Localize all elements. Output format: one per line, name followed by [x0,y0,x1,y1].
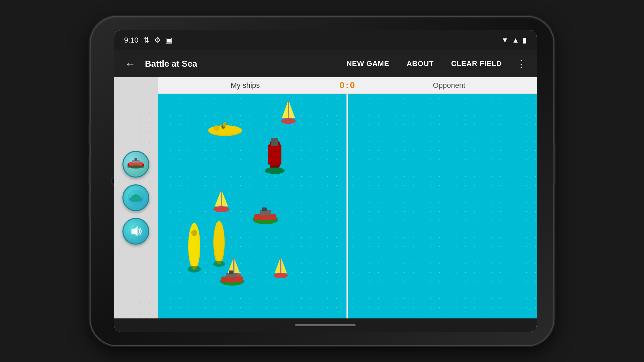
camera-button[interactable] [89,191,91,218]
svg-rect-23 [221,190,222,207]
sound-toggle-button[interactable] [122,218,149,245]
tugboat [250,206,280,226]
sound-icon [127,223,144,240]
svg-rect-27 [260,210,271,215]
svg-rect-3 [135,158,137,161]
signal-icon: ▲ [512,36,519,45]
tall-ship [260,134,290,175]
game-area: My ships 0 : 0 Opponent [114,77,537,318]
data-icon: ⇅ [143,36,149,45]
battery-level-icon: ▮ [523,36,527,45]
svg-rect-26 [254,214,276,220]
status-bar: 9:10 ⇅ ⚙ ▣ ▼ ▲ ▮ [114,30,537,50]
sailboat-bottom-right [271,255,290,278]
opponent-board-ocean [348,94,537,318]
home-indicator [114,318,537,332]
score-display: 0 : 0 [333,80,362,90]
svg-rect-28 [262,207,267,211]
svg-rect-14 [223,122,226,127]
ship-select-button-2[interactable] [122,184,149,211]
svg-rect-2 [132,160,140,163]
volume-up-button[interactable] [89,124,91,144]
volume-down-button[interactable] [89,158,91,184]
svg-marker-9 [131,226,138,236]
battery-icon: ▣ [165,36,172,45]
settings-icon: ⚙ [154,36,161,45]
svg-point-21 [265,167,285,174]
svg-point-45 [274,273,288,278]
home-bar [295,324,356,326]
score-right: 0 [350,80,355,90]
game-boards [158,94,537,318]
score-header: My ships 0 : 0 Opponent [158,77,537,94]
about-button[interactable]: ABOUT [401,57,439,71]
svg-point-17 [281,118,296,124]
score-separator: : [346,80,349,90]
overflow-menu-button[interactable]: ⋮ [514,56,529,72]
app-title: Battle at Sea [145,59,334,69]
svg-rect-19 [268,144,281,165]
wifi-icon: ▼ [501,36,508,45]
game-content: My ships 0 : 0 Opponent [158,77,537,318]
score-left: 0 [339,80,344,90]
power-button[interactable] [553,144,555,184]
svg-point-24 [213,206,229,212]
clear-field-button[interactable]: CLEAR FIELD [446,57,507,71]
sailboat-top [278,98,299,125]
svg-point-31 [191,230,197,236]
my-ships-board[interactable] [158,94,346,318]
opponent-label: Opponent [362,81,537,90]
new-game-button[interactable]: NEW GAME [341,57,394,71]
svg-rect-40 [221,277,243,282]
svg-point-35 [213,261,225,267]
phone-frame: 9:10 ⇅ ⚙ ▣ ▼ ▲ ▮ ← Battle at Sea NEW GAM… [91,17,553,345]
large-submarine [186,220,203,273]
action-bar: ← Battle at Sea NEW GAME ABOUT CLEAR FIE… [114,50,537,77]
phone-screen: 9:10 ⇅ ⚙ ▣ ▼ ▲ ▮ ← Battle at Sea NEW GAM… [114,30,537,332]
svg-rect-44 [280,257,281,273]
clock: 9:10 [124,36,139,45]
ship-select-button-1[interactable] [122,151,149,178]
svg-rect-16 [288,100,289,119]
svg-rect-42 [229,270,233,274]
svg-point-30 [189,223,200,266]
back-button[interactable]: ← [122,55,138,73]
ship-icon-1 [126,158,146,171]
ship-icon-2 [127,189,145,207]
my-ships-label: My ships [158,81,333,90]
svg-point-34 [214,221,224,261]
svg-rect-20 [271,138,278,146]
opponent-board[interactable] [348,94,537,318]
status-bar-left: 9:10 ⇅ ⚙ ▣ [124,36,172,45]
svg-point-4 [127,165,145,169]
tugboat-bottom [218,269,247,288]
ship-sidebar [114,77,158,318]
submarine-ship [205,121,245,137]
sailboat-mid [211,188,232,213]
svg-point-12 [214,125,219,131]
svg-rect-8 [135,194,137,198]
status-bar-right: ▼ ▲ ▮ [501,36,527,45]
svg-point-32 [187,266,201,273]
